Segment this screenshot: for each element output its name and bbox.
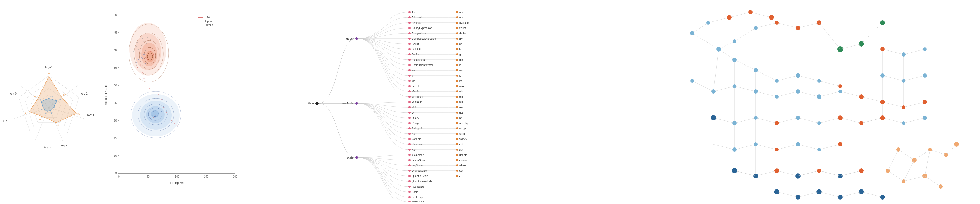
- op-node: [456, 96, 458, 98]
- leaf-label: LinearScale: [412, 159, 426, 162]
- svg-line-112: [819, 91, 840, 97]
- network-node: [732, 57, 737, 62]
- legend-europe: Europe: [205, 24, 213, 26]
- svg-line-100: [777, 23, 798, 28]
- svg-line-154: [883, 49, 904, 54]
- x-tick: 0: [118, 175, 120, 178]
- op-node: [456, 101, 458, 103]
- op-label: not: [459, 111, 463, 114]
- svg-line-198: [819, 23, 840, 49]
- op-label: distinct: [459, 32, 468, 35]
- svg-line-196: [840, 44, 861, 49]
- op-node: [456, 11, 458, 13]
- network-node: [754, 26, 757, 30]
- svg-line-126: [798, 144, 819, 150]
- density-chart: USA Japan Europe: [103, 7, 251, 197]
- query-label: query: [346, 37, 353, 40]
- svg-point-67: [138, 59, 139, 60]
- svg-point-61: [148, 37, 148, 38]
- leaf-label: Maximum: [412, 96, 423, 98]
- op-label: fn: [459, 48, 461, 51]
- leaf-node: [409, 48, 410, 50]
- network-node: [923, 100, 927, 104]
- flare-node: [315, 102, 319, 105]
- leaf-node: [409, 53, 410, 56]
- op-node: [456, 170, 458, 172]
- leaf-node: [409, 128, 410, 129]
- radar-val: 23: [57, 124, 59, 126]
- op-label: update: [459, 153, 468, 156]
- svg-line-194: [904, 160, 914, 181]
- leaf-node: [409, 196, 410, 198]
- y-tick: 35: [114, 66, 117, 69]
- svg-point-64: [145, 50, 146, 51]
- svg-line-179: [819, 171, 840, 176]
- radar-key-label: key-6: [3, 119, 7, 122]
- op-node: [456, 38, 458, 40]
- network-node: [754, 116, 757, 120]
- op-node: [456, 122, 458, 124]
- leaf-label: Match: [412, 90, 419, 93]
- network-node: [902, 121, 905, 125]
- svg-point-63: [140, 53, 140, 54]
- network-node: [754, 89, 758, 94]
- svg-point-69: [140, 61, 140, 62]
- svg-line-192: [925, 176, 941, 186]
- leaf-label: BinaryExpression: [412, 27, 432, 30]
- op-node: [456, 16, 458, 19]
- network-node: [748, 10, 752, 14]
- svg-point-45: [171, 120, 172, 121]
- leaf-node: [409, 138, 410, 140]
- svg-line-189: [946, 144, 956, 155]
- svg-line-169: [904, 118, 925, 123]
- leaf-label: TimeScale: [412, 201, 424, 202]
- svg-line-124: [756, 144, 777, 150]
- leaf-node: [409, 117, 410, 119]
- svg-point-60: [150, 39, 151, 40]
- svg-line-161: [883, 102, 904, 107]
- svg-point-65: [141, 57, 142, 57]
- leaf-label: Scale: [412, 191, 418, 193]
- density-chart-panel: USA Japan Europe: [98, 0, 256, 204]
- op-node: [456, 164, 458, 166]
- leaf-label: Distinct: [412, 53, 420, 56]
- network-node: [690, 79, 694, 83]
- op-label: sub: [459, 143, 464, 146]
- radar-key-label: key-0: [10, 92, 17, 95]
- op-label: sum: [459, 148, 464, 151]
- leaf-label: DateUtil: [412, 48, 421, 51]
- leaf-label: IScaleMap: [412, 153, 424, 156]
- leaf-node: [409, 90, 410, 92]
- op-label: lte: [459, 80, 462, 83]
- network-node: [923, 73, 927, 78]
- op-node: [456, 80, 458, 82]
- svg-point-46: [174, 123, 175, 124]
- svg-line-176: [861, 192, 883, 197]
- leaf-node: [409, 43, 410, 45]
- network-node: [754, 68, 758, 72]
- leaf-label: ScaleType: [412, 196, 424, 199]
- op-label: and: [459, 16, 464, 19]
- svg-line-101: [798, 23, 819, 28]
- op-label: select: [459, 132, 466, 135]
- op-node: [456, 175, 458, 177]
- svg-line-172: [777, 192, 798, 197]
- svg-line-127: [819, 144, 840, 150]
- leaf-label: Comparison: [412, 32, 426, 35]
- network-node: [775, 121, 779, 125]
- radar-val: 22: [63, 94, 66, 96]
- leaf-label: Variable: [412, 138, 421, 140]
- flare-label: flare: [309, 102, 314, 105]
- svg-point-44: [166, 112, 167, 113]
- leaf-node: [409, 80, 410, 82]
- y-tick: 15: [114, 137, 117, 140]
- svg-point-52: [149, 88, 150, 89]
- leaf-node: [409, 22, 410, 24]
- radar-val: 27: [25, 112, 28, 114]
- svg-point-20: [146, 51, 154, 62]
- svg-line-92: [719, 41, 735, 49]
- network-node: [880, 115, 885, 120]
- leaf-label: Literal: [412, 85, 419, 88]
- radar-val: 12: [50, 96, 53, 98]
- query-node: [355, 37, 358, 40]
